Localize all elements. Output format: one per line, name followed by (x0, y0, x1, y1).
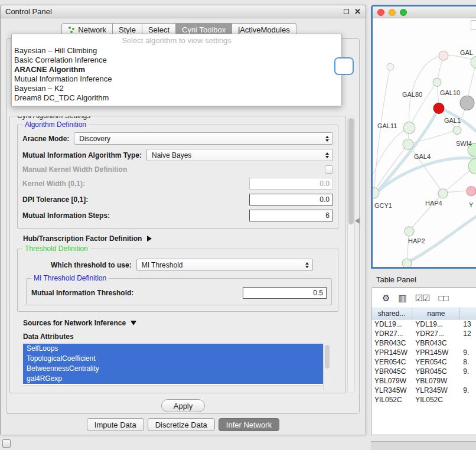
close-icon[interactable]: ✕ (354, 8, 361, 15)
gear-icon[interactable]: ⚙ (382, 294, 389, 302)
network-node-gal80[interactable] (433, 78, 441, 86)
network-node-gal1[interactable] (453, 126, 461, 134)
sources-label: Sources for Network Inference (23, 319, 126, 327)
table-row[interactable]: YDR27...YDR27...12 (371, 329, 476, 338)
network-window-titlebar (373, 6, 476, 18)
network-node-gal[interactable] (471, 56, 476, 68)
expanded-arrow-icon (131, 321, 136, 325)
focused-button-fragment[interactable] (334, 57, 354, 75)
columns-icon[interactable]: ▥ (398, 294, 406, 302)
view-corner-widget (471, 20, 476, 30)
table-cell: 9. (460, 386, 476, 394)
table-cell: YPR145W (412, 348, 460, 357)
table-body: YDL19...YDL19...13YDR27...YDR27...12YBR0… (371, 319, 476, 405)
column-header-item[interactable] (460, 308, 476, 319)
mi-threshold-group: MI Threshold Definition Mutual Informati… (26, 278, 332, 305)
network-node-gal10[interactable] (433, 103, 444, 113)
aracne-mode-value: Discovery (79, 135, 322, 143)
network-graph[interactable]: GALGAL80GAL10GAL11GAL1SWI4GAL4GCY1HAP4YH… (373, 18, 476, 267)
mi-type-select[interactable]: Naive Bayes (146, 149, 333, 161)
attribute-item-topologicalcoefficient[interactable]: TopologicalCoefficient (23, 354, 323, 364)
table-row[interactable]: YBR045CYBR045C9. (371, 367, 476, 376)
aracne-mode-select[interactable]: Discovery (74, 132, 333, 145)
table-cell: YDR27... (412, 330, 460, 338)
network-node[interactable] (402, 259, 412, 267)
attribute-item-selfloops[interactable]: SelfLoops (23, 344, 323, 354)
network-node-gal11[interactable] (403, 122, 415, 133)
list-horizontal-scrollbar[interactable] (23, 385, 323, 390)
attribute-item-betweennesscentrality[interactable]: BetweennessCentrality (23, 364, 323, 374)
close-button[interactable] (377, 9, 384, 16)
panel-toggle-icon[interactable] (2, 439, 11, 448)
table-row[interactable]: YIL052CYIL052C (371, 395, 476, 405)
algorithm-option-dream8-dc-tdc-algorithm[interactable]: Dream8 DC_TDC Algorithm (12, 93, 341, 103)
node-label-y: Y (469, 201, 474, 208)
bottom-tab-infer-network[interactable]: Infer Network (219, 418, 279, 431)
mi-steps-field[interactable]: 6 (249, 210, 333, 221)
table-row[interactable]: YLR345WYLR345W9. (371, 386, 476, 395)
tab-label: jActiveModules (238, 25, 289, 34)
mi-type-label: Mutual Information Algorithm Type: (22, 151, 142, 159)
table-cell: YBR043C (412, 339, 460, 347)
table-cell: 9. (460, 367, 476, 376)
algorithm-option-mutual-information-inference[interactable]: Mutual Information Inference (12, 74, 341, 84)
network-node[interactable] (387, 63, 394, 70)
tab-label: Cyni Toolbox (182, 25, 226, 34)
table-row[interactable]: YER054CYER054C8. (371, 357, 476, 367)
network-node[interactable] (439, 51, 448, 60)
float-window-icon[interactable] (344, 9, 349, 14)
apply-button[interactable]: Apply (161, 399, 205, 412)
network-canvas[interactable]: GALGAL80GAL10GAL11GAL1SWI4GAL4GCY1HAP4YH… (373, 18, 476, 267)
hub-definition-toggle[interactable]: Hub/Transcription Factor Definition (23, 234, 345, 243)
dpi-tolerance-field[interactable]: 0.0 (249, 194, 333, 206)
algorithm-option-basic-correlation-inference[interactable]: Basic Correlation Inference (12, 56, 341, 65)
table-row[interactable]: YPR145WYPR145W9. (371, 348, 476, 357)
table-row[interactable]: YBR043CYBR043C (371, 338, 476, 348)
table-cell: 8. (460, 358, 476, 366)
network-node-y[interactable] (467, 187, 476, 196)
minimize-button[interactable] (389, 9, 396, 16)
data-attributes-list[interactable]: SelfLoopsTopologicalCoefficientBetweenne… (23, 344, 330, 390)
network-node[interactable] (460, 96, 474, 110)
table-row[interactable]: YDL19...YDL19...13 (371, 319, 476, 329)
algorithm-option-bayesian-k2[interactable]: Bayesian – K2 (12, 84, 341, 93)
column-header-shared[interactable]: shared... (371, 308, 412, 319)
mi-threshold-field[interactable]: 0.5 (243, 287, 327, 299)
network-node-hap2[interactable] (405, 227, 414, 236)
collapsed-arrow-icon (147, 236, 152, 242)
deselect-all-icon[interactable]: □□ (439, 294, 448, 302)
manual-kernel-label: Manual Kernel Width Definition (22, 165, 127, 174)
which-threshold-row: Which threshold to use: MI Threshold (22, 259, 333, 271)
select-all-icon[interactable]: ☑☑ (415, 294, 430, 302)
aracne-mode-label: Aracne Mode: (22, 135, 69, 143)
settings-scrollbar[interactable] (347, 116, 355, 393)
algorithm-option-bayesian-hill-climbing[interactable]: Bayesian – Hill Climbing (12, 46, 341, 56)
mi-type-row: Mutual Information Algorithm Type: Naive… (22, 149, 333, 161)
table-cell: YPR145W (371, 348, 412, 357)
mi-threshold-row: Mutual Information Threshold: 0.5 (31, 287, 327, 299)
algorithm-option-aracne-algorithm[interactable]: ARACNE Algorithm (12, 65, 341, 74)
network-node[interactable] (468, 159, 476, 174)
table-header-row: shared...name (371, 308, 476, 319)
attribute-item-gal4rgexp[interactable]: gal4RGexp (23, 374, 323, 384)
bottom-tab-impute-data[interactable]: Impute Data (87, 418, 144, 431)
hub-definition-label: Hub/Transcription Factor Definition (23, 234, 142, 243)
table-cell: YDL19... (412, 320, 460, 328)
panel-collapse-arrow-icon[interactable] (355, 218, 360, 224)
table-cell: YLR345W (371, 386, 412, 394)
list-vertical-scrollbar[interactable] (323, 344, 330, 390)
which-threshold-select[interactable]: MI Threshold (136, 259, 313, 271)
popup-placeholder: Select algorithm to view settings (12, 35, 341, 46)
column-header-name[interactable]: name (412, 308, 460, 319)
node-label-gal10: GAL10 (440, 89, 460, 96)
tab-label: Style (119, 25, 136, 34)
table-cell: YER054C (412, 358, 460, 366)
manual-kernel-checkbox[interactable] (325, 165, 333, 174)
kernel-width-field[interactable]: 0.0 (249, 178, 333, 190)
network-node-gal4[interactable] (403, 139, 413, 149)
zoom-button[interactable] (400, 9, 407, 16)
table-row[interactable]: YBL079WYBL079W (371, 376, 476, 386)
bottom-tab-discretize-data[interactable]: Discretize Data (148, 418, 215, 431)
sources-toggle[interactable]: Sources for Network Inference (23, 319, 345, 327)
network-node-hap4[interactable] (438, 189, 448, 198)
